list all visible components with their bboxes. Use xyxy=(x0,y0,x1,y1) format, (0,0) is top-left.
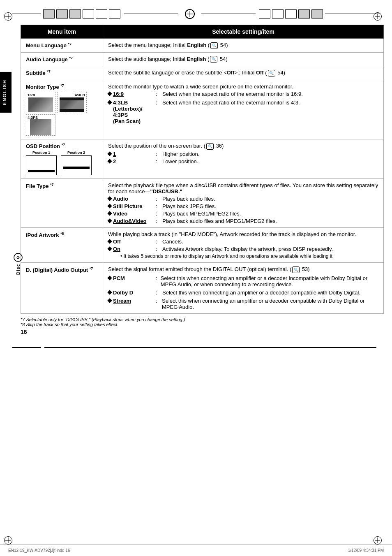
bottom-file-info: EN12-19_KW-ADV792[J]f.indd 16 xyxy=(8,548,70,553)
diamond-icon xyxy=(107,290,112,294)
osd-position2-box xyxy=(61,155,92,175)
menu-item-menu-language: Menu Language *7 xyxy=(21,39,103,53)
top-border xyxy=(0,0,392,23)
page-wrapper: ENGLISH Disc Menu item Selectable settin… xyxy=(0,0,392,556)
row-audio-output: D. (Digital) Audio Output *7 Select the … xyxy=(21,263,384,314)
top-right-registration xyxy=(374,12,382,21)
top-left-registration xyxy=(4,12,12,21)
monitor-169-image: 16:9 xyxy=(26,92,55,113)
page-number: 16 xyxy=(21,329,384,335)
setting-audio-language: Select the audio language; Initial Engli… xyxy=(103,52,384,66)
bottom-right-registration xyxy=(374,536,382,544)
menu-item-file-type: File Type *7 xyxy=(21,179,103,228)
menu-item-osd-position: OSD Position *7 Position 1 Position 2 xyxy=(21,139,103,179)
language-sidebar: ENGLISH xyxy=(0,72,12,113)
menu-item-subtitle: Subtitle *7 xyxy=(21,66,103,80)
menu-item-ipod-artwork: iPod Artwork *8 xyxy=(21,228,103,263)
main-table: Menu item Selectable setting/item Menu L… xyxy=(21,25,384,314)
diamond-icon xyxy=(107,298,112,303)
menu-item-audio-language: Audio Language *7 xyxy=(21,52,103,66)
page-ref-icon-4 xyxy=(206,143,214,150)
page-ref-icon-5 xyxy=(292,266,300,273)
row-file-type: File Type *7 Select the playback file ty… xyxy=(21,179,384,228)
row-subtitle: Subtitle *7 Select the subtitle language… xyxy=(21,66,384,80)
diamond-icon xyxy=(107,100,112,104)
diamond-icon xyxy=(107,276,112,280)
svg-point-2 xyxy=(18,257,18,258)
diamond-icon xyxy=(107,211,112,216)
footnote-2: *8 Skip the track so that your setting t… xyxy=(21,322,384,327)
diamond-icon xyxy=(107,159,112,163)
on-label: On xyxy=(113,246,120,252)
monitor-43ps-image: 4:3PS xyxy=(26,114,55,136)
row-monitor-type: Monitor Type *7 16:9 4:3LB xyxy=(21,80,384,139)
stream-label: Stream xyxy=(113,298,131,304)
menu-item-audio-output: D. (Digital) Audio Output *7 xyxy=(21,263,103,314)
page-ref-icon-3 xyxy=(268,70,275,76)
footnotes-area: *7 Selectable only for "DISC/USB." (Play… xyxy=(21,317,384,327)
row-osd-position: OSD Position *7 Position 1 Position 2 xyxy=(21,139,384,179)
page-ref-icon-2 xyxy=(210,56,217,63)
row-menu-language: Menu Language *7 Select the menu languag… xyxy=(21,39,384,53)
diamond-icon xyxy=(107,151,112,156)
diamond-icon xyxy=(107,247,112,251)
setting-audio-output: Select the signal format emitted through… xyxy=(103,263,384,314)
col-header-menu-item: Menu item xyxy=(21,25,103,39)
footnote-1: *7 Selectable only for "DISC/USB." (Play… xyxy=(21,317,384,322)
setting-file-type: Select the playback file type when a dis… xyxy=(103,179,384,228)
diamond-icon xyxy=(107,197,112,201)
osd-position1-box xyxy=(26,155,57,175)
diamond-icon xyxy=(107,91,112,96)
diamond-icon xyxy=(107,239,112,244)
row-audio-language: Audio Language *7 Select the audio langu… xyxy=(21,52,384,66)
monitor-type-images: 16:9 4:3LB xyxy=(26,92,98,136)
setting-ipod-artwork: While playing back a track (in "HEAD MOD… xyxy=(103,228,384,263)
bottom-border xyxy=(0,339,392,356)
bottom-left-registration xyxy=(4,536,12,544)
col-header-setting: Selectable setting/item xyxy=(103,25,384,39)
setting-monitor-type: Select the monitor type to watch a wide … xyxy=(103,80,384,139)
bottom-date-info: 1/12/09 4:34:31 PM xyxy=(348,548,384,553)
disc-text-label: Disc xyxy=(16,264,21,275)
setting-menu-language: Select the menu language; Initial Englis… xyxy=(103,39,384,53)
setting-subtitle: Select the subtitle language or erase th… xyxy=(103,66,384,80)
bottom-bar: EN12-19_KW-ADV792[J]f.indd 16 1/12/09 4:… xyxy=(0,544,392,556)
center-crosshair xyxy=(185,9,195,19)
monitor-43lb-image: 4:3LB xyxy=(57,92,87,113)
setting-osd-position: Select the position of the on-screen bar… xyxy=(103,139,384,179)
diamond-icon xyxy=(107,204,112,208)
disc-icon xyxy=(14,253,23,262)
row-ipod-artwork: iPod Artwork *8 While playing back a tra… xyxy=(21,228,384,263)
menu-item-monitor-type: Monitor Type *7 16:9 4:3LB xyxy=(21,80,103,139)
diamond-icon xyxy=(107,219,112,223)
osd-position-images: Position 1 Position 2 xyxy=(26,151,98,175)
disc-label-area: Disc xyxy=(12,253,25,275)
content-area: ENGLISH Disc Menu item Selectable settin… xyxy=(0,23,392,339)
page-ref-icon xyxy=(210,42,218,49)
